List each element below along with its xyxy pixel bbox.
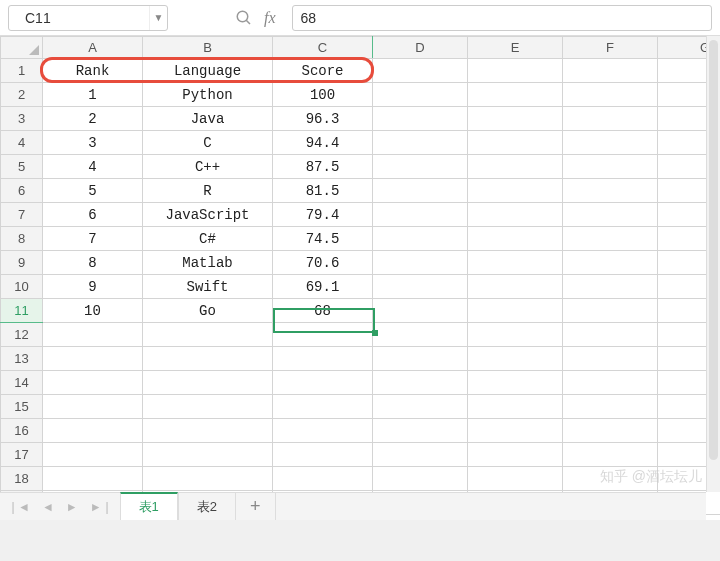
zoom-icon[interactable] bbox=[232, 6, 256, 30]
row-header[interactable]: 1 bbox=[1, 59, 43, 83]
cell-F4[interactable] bbox=[563, 131, 658, 155]
name-box[interactable]: C11 ▼ bbox=[8, 5, 168, 31]
cell-C11[interactable]: 68 bbox=[273, 299, 373, 323]
cell-D3[interactable] bbox=[373, 107, 468, 131]
nav-last-icon[interactable]: ►❘ bbox=[90, 500, 112, 514]
cell-C12[interactable] bbox=[273, 323, 373, 347]
cell-B3[interactable]: Java bbox=[143, 107, 273, 131]
row-header[interactable]: 17 bbox=[1, 443, 43, 467]
cell-E8[interactable] bbox=[468, 227, 563, 251]
cell-F9[interactable] bbox=[563, 251, 658, 275]
cell-C9[interactable]: 70.6 bbox=[273, 251, 373, 275]
cell-E3[interactable] bbox=[468, 107, 563, 131]
cell-A17[interactable] bbox=[43, 443, 143, 467]
cell-D18[interactable] bbox=[373, 467, 468, 491]
row-header[interactable]: 5 bbox=[1, 155, 43, 179]
row-header[interactable]: 12 bbox=[1, 323, 43, 347]
cell-B17[interactable] bbox=[143, 443, 273, 467]
cell-E1[interactable] bbox=[468, 59, 563, 83]
cell-D14[interactable] bbox=[373, 371, 468, 395]
cell-D10[interactable] bbox=[373, 275, 468, 299]
cell-A15[interactable] bbox=[43, 395, 143, 419]
cell-E17[interactable] bbox=[468, 443, 563, 467]
cell-A4[interactable]: 3 bbox=[43, 131, 143, 155]
cell-F6[interactable] bbox=[563, 179, 658, 203]
cell-C10[interactable]: 69.1 bbox=[273, 275, 373, 299]
formula-input[interactable] bbox=[292, 5, 712, 31]
cell-F7[interactable] bbox=[563, 203, 658, 227]
cell-C2[interactable]: 100 bbox=[273, 83, 373, 107]
cell-F11[interactable] bbox=[563, 299, 658, 323]
cell-D17[interactable] bbox=[373, 443, 468, 467]
sheet-tab-1[interactable]: 表1 bbox=[120, 492, 178, 520]
cell-C15[interactable] bbox=[273, 395, 373, 419]
col-header-C[interactable]: C bbox=[273, 37, 373, 59]
sheet-tab-2[interactable]: 表2 bbox=[178, 493, 236, 520]
cell-C3[interactable]: 96.3 bbox=[273, 107, 373, 131]
cell-C18[interactable] bbox=[273, 467, 373, 491]
cell-F13[interactable] bbox=[563, 347, 658, 371]
row-header[interactable]: 2 bbox=[1, 83, 43, 107]
fx-label[interactable]: fx bbox=[264, 9, 276, 27]
cell-B9[interactable]: Matlab bbox=[143, 251, 273, 275]
cell-E10[interactable] bbox=[468, 275, 563, 299]
cell-E7[interactable] bbox=[468, 203, 563, 227]
cell-F10[interactable] bbox=[563, 275, 658, 299]
cell-B5[interactable]: C++ bbox=[143, 155, 273, 179]
cell-E4[interactable] bbox=[468, 131, 563, 155]
row-header[interactable]: 6 bbox=[1, 179, 43, 203]
cell-E15[interactable] bbox=[468, 395, 563, 419]
row-header[interactable]: 18 bbox=[1, 467, 43, 491]
cell-A1[interactable]: Rank bbox=[43, 59, 143, 83]
cell-F17[interactable] bbox=[563, 443, 658, 467]
cell-F5[interactable] bbox=[563, 155, 658, 179]
cell-C8[interactable]: 74.5 bbox=[273, 227, 373, 251]
cell-D15[interactable] bbox=[373, 395, 468, 419]
row-header[interactable]: 4 bbox=[1, 131, 43, 155]
cell-A8[interactable]: 7 bbox=[43, 227, 143, 251]
row-header[interactable]: 3 bbox=[1, 107, 43, 131]
cell-F8[interactable] bbox=[563, 227, 658, 251]
cell-C14[interactable] bbox=[273, 371, 373, 395]
cell-A14[interactable] bbox=[43, 371, 143, 395]
cell-B8[interactable]: C# bbox=[143, 227, 273, 251]
nav-first-icon[interactable]: ❘◄ bbox=[8, 500, 30, 514]
cell-D13[interactable] bbox=[373, 347, 468, 371]
row-header[interactable]: 7 bbox=[1, 203, 43, 227]
cell-A10[interactable]: 9 bbox=[43, 275, 143, 299]
row-header[interactable]: 11 bbox=[1, 299, 43, 323]
chevron-down-icon[interactable]: ▼ bbox=[149, 6, 167, 30]
cell-D11[interactable] bbox=[373, 299, 468, 323]
cell-A11[interactable]: 10 bbox=[43, 299, 143, 323]
cell-B18[interactable] bbox=[143, 467, 273, 491]
cell-C13[interactable] bbox=[273, 347, 373, 371]
col-header-A[interactable]: A bbox=[43, 37, 143, 59]
cell-A7[interactable]: 6 bbox=[43, 203, 143, 227]
cell-A18[interactable] bbox=[43, 467, 143, 491]
cell-B4[interactable]: C bbox=[143, 131, 273, 155]
row-header[interactable]: 14 bbox=[1, 371, 43, 395]
cell-F3[interactable] bbox=[563, 107, 658, 131]
cell-B13[interactable] bbox=[143, 347, 273, 371]
row-header[interactable]: 8 bbox=[1, 227, 43, 251]
vertical-scrollbar[interactable] bbox=[706, 36, 720, 492]
row-header[interactable]: 9 bbox=[1, 251, 43, 275]
cell-A9[interactable]: 8 bbox=[43, 251, 143, 275]
cell-A16[interactable] bbox=[43, 419, 143, 443]
cell-A6[interactable]: 5 bbox=[43, 179, 143, 203]
cell-C4[interactable]: 94.4 bbox=[273, 131, 373, 155]
cell-B16[interactable] bbox=[143, 419, 273, 443]
cell-B10[interactable]: Swift bbox=[143, 275, 273, 299]
scrollbar-thumb[interactable] bbox=[709, 40, 718, 460]
col-header-D[interactable]: D bbox=[373, 37, 468, 59]
cell-A13[interactable] bbox=[43, 347, 143, 371]
cell-B2[interactable]: Python bbox=[143, 83, 273, 107]
cell-C7[interactable]: 79.4 bbox=[273, 203, 373, 227]
cell-E13[interactable] bbox=[468, 347, 563, 371]
cell-B6[interactable]: R bbox=[143, 179, 273, 203]
cell-F16[interactable] bbox=[563, 419, 658, 443]
row-header[interactable]: 10 bbox=[1, 275, 43, 299]
row-header[interactable]: 13 bbox=[1, 347, 43, 371]
cell-E12[interactable] bbox=[468, 323, 563, 347]
col-header-F[interactable]: F bbox=[563, 37, 658, 59]
